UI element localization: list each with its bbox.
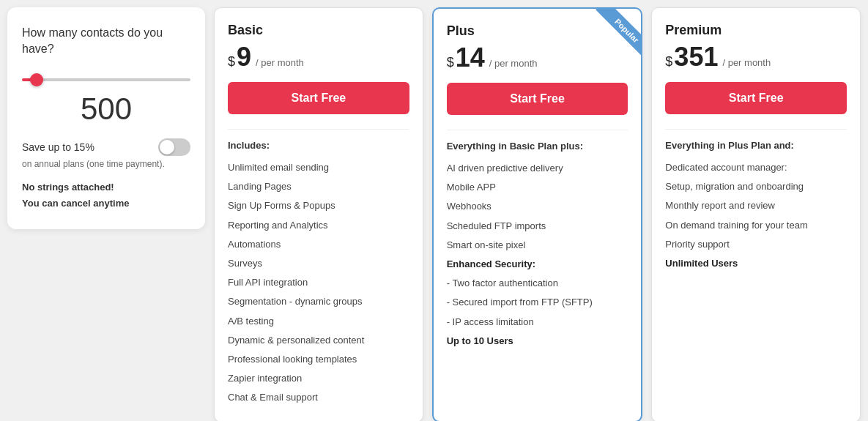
feature-item: Dedicated account manager: [665,158,847,177]
feature-item: AI driven predictive delivery [447,159,628,178]
includes-label: Everything in Basic Plan plus: [447,141,628,152]
feature-item: - IP access limitation [447,313,628,332]
feature-item: A/B testing [228,312,409,331]
divider [665,129,847,130]
price-amount: 14 [456,45,485,71]
feature-item: Up to 10 Users [447,332,628,351]
feature-item: Unlimited email sending [228,158,409,177]
slider-container [22,71,190,84]
contact-selector-panel: How many contacts do you have? 500 Save … [7,7,205,229]
includes-label: Includes: [228,140,409,151]
divider [228,129,409,130]
feature-item: Professional looking templates [228,350,409,369]
price-row: $ 14 / per month [447,45,628,71]
feature-item: Segmentation - dynamic groups [228,292,409,311]
feature-item: Full API integration [228,273,409,292]
annual-note: on annual plans (one time payment). [22,159,190,169]
feature-item: Zapier integration [228,369,409,388]
annual-toggle[interactable] [158,138,190,156]
feature-item: Landing Pages [228,177,409,196]
plan-card-basic: Basic $ 9 / per month Start Free Include… [214,7,423,421]
no-strings: No strings attached! You can cancel anyt… [22,179,190,212]
feature-list: Dedicated account manager:Setup, migrati… [665,158,847,273]
contact-count: 500 [22,92,190,127]
feature-list: Unlimited email sendingLanding PagesSign… [228,158,409,407]
price-amount: 351 [674,44,718,70]
question-text: How many contacts do you have? [22,25,190,58]
plan-name: Premium [665,23,847,38]
start-free-button[interactable]: Start Free [447,83,628,115]
contacts-slider[interactable] [22,78,190,81]
feature-item: Enhanced Security: [447,255,628,274]
per-month: / per month [256,57,304,68]
includes-label: Everything in Plus Plan and: [665,140,847,151]
feature-item: Unlimited Users [665,254,847,273]
feature-item: Priority support [665,235,847,254]
price-amount: 9 [237,44,251,70]
feature-item: On demand training for your team [665,216,847,235]
price-row: $ 9 / per month [228,44,409,70]
per-month: / per month [722,57,771,68]
feature-item: Smart on-site pixel [447,236,628,255]
feature-item: Monthly report and review [665,196,847,215]
feature-item: Dynamic & personalized content [228,331,409,350]
currency: $ [447,55,454,70]
currency: $ [665,54,672,70]
start-free-button[interactable]: Start Free [665,82,847,114]
feature-item: Mobile APP [447,178,628,197]
pricing-cards: Basic $ 9 / per month Start Free Include… [214,7,861,421]
save-toggle-row: Save up to 15% [22,138,190,156]
feature-item: - Two factor authentication [447,274,628,293]
feature-item: Surveys [228,254,409,273]
plan-card-premium: Premium $ 351 / per month Start Free Eve… [651,7,861,421]
feature-item: Sign Up Forms & Popups [228,196,409,215]
feature-list: AI driven predictive deliveryMobile APPW… [447,159,628,351]
start-free-button[interactable]: Start Free [228,82,409,114]
feature-item: Scheduled FTP imports [447,217,628,236]
price-row: $ 351 / per month [665,44,847,70]
currency: $ [228,54,235,70]
feature-item: Reporting and Analytics [228,216,409,235]
feature-item: Webhooks [447,197,628,216]
divider [447,130,628,130]
plan-name: Basic [228,23,409,38]
feature-item: - Secured import from FTP (SFTP) [447,293,628,312]
save-label: Save up to 15% [22,141,94,153]
plan-card-plus: Popular Plus $ 14 / per month Start Free… [432,7,643,421]
feature-item: Setup, migration and onboarding [665,177,847,196]
feature-item: Chat & Email support [228,388,409,407]
plan-name: Plus [447,23,628,39]
per-month: / per month [489,58,538,69]
feature-item: Automations [228,235,409,254]
